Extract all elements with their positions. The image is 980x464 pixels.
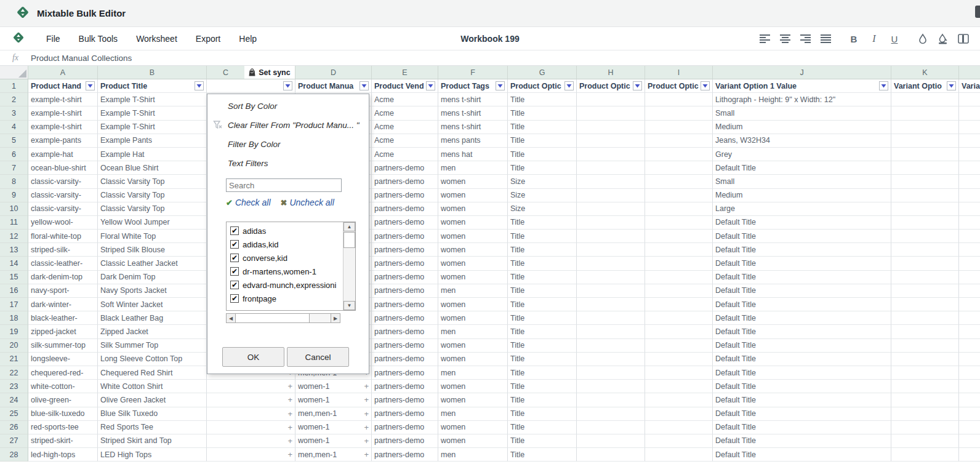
cell[interactable]: olive-green- [28,393,98,407]
filter-dropdown-button[interactable] [564,81,574,90]
cell[interactable]: men [438,284,508,298]
filter-dropdown-button[interactable] [701,81,710,90]
cell[interactable] [645,175,713,188]
cell[interactable] [891,216,959,230]
cell[interactable] [891,230,959,243]
filter-list-item[interactable]: ✔adidas,kid [230,238,343,251]
cell[interactable]: partners-demo [372,421,438,434]
cell[interactable]: men [438,448,508,462]
row-number-17[interactable]: 17 [0,298,28,311]
cell[interactable]: Default Title [713,230,891,243]
cell[interactable] [959,407,980,421]
cell[interactable]: Silk Summer Top [98,339,207,353]
cell[interactable]: women-1+ [295,393,372,407]
row-number-26[interactable]: 26 [0,421,28,434]
cell[interactable] [645,121,713,134]
cell[interactable]: partners-demo [372,189,438,202]
cell[interactable]: Default Title [713,325,891,338]
cell[interactable]: Classic Varsity Top [98,175,207,188]
cell[interactable] [959,175,980,188]
cell[interactable]: Striped Silk Blouse [98,243,207,257]
cell[interactable] [959,161,980,175]
cell[interactable]: Yellow Wool Jumper [98,216,207,230]
filter-list-item[interactable]: ✔frontpage [230,292,343,305]
cell[interactable]: Medium [713,189,891,202]
cell[interactable]: Soft Winter Jacket [98,298,207,311]
cell[interactable] [891,175,959,188]
check-all-link[interactable]: ✔ Check all [226,198,271,207]
cell[interactable]: Title [508,93,577,106]
checkbox-checked-icon[interactable]: ✔ [230,281,239,289]
cell[interactable]: women [438,380,508,393]
cell[interactable] [577,271,645,284]
cell[interactable] [577,448,645,462]
filter-dropdown-button[interactable] [283,81,292,90]
filter-list-item[interactable]: ✔converse,kid [230,251,343,265]
underline-icon[interactable]: U [888,32,901,46]
column-letter-partial[interactable] [959,66,980,79]
cell[interactable]: Default Title [713,366,891,380]
cell[interactable] [577,257,645,270]
cell[interactable]: Title [508,339,577,353]
cell[interactable]: longsleeve- [28,353,98,366]
filter-dropdown-button[interactable] [195,81,204,90]
cell[interactable]: Title [508,380,577,393]
italic-icon[interactable]: I [867,32,881,46]
cell[interactable] [959,353,980,366]
filter-dropdown-button[interactable] [879,81,888,90]
cell[interactable] [645,393,713,407]
filter-list-item[interactable]: ✔adidas [230,224,343,238]
cell[interactable]: classic-varsity- [28,189,98,202]
cell[interactable]: Default Title [713,339,891,353]
add-collection-icon[interactable]: + [363,382,369,391]
filter-dropdown-button[interactable] [86,81,95,90]
cell[interactable]: men [438,407,508,421]
cell[interactable] [959,271,980,284]
cell[interactable]: Default Title [713,380,891,393]
cell[interactable]: partners-demo [372,325,438,338]
column-header-F[interactable]: Product Tags [438,79,508,93]
align-justify-icon[interactable] [819,32,832,46]
cell[interactable]: classic-varsity- [28,175,98,188]
add-collection-icon[interactable]: + [363,423,369,432]
row-number-22[interactable]: 22 [0,366,28,380]
cell[interactable] [891,311,959,325]
cell[interactable] [959,434,980,448]
row-number-4[interactable]: 4 [0,121,28,134]
select-all-corner[interactable] [0,66,28,79]
cell[interactable] [959,380,980,393]
cell[interactable]: navy-sport- [28,284,98,298]
cell[interactable] [891,271,959,284]
cell[interactable] [959,311,980,325]
cell[interactable] [959,243,980,257]
cell[interactable]: partners-demo [372,202,438,216]
cell[interactable] [577,380,645,393]
add-collection-icon[interactable]: + [363,395,369,404]
cell[interactable]: Default Title [713,311,891,325]
cell[interactable] [891,148,959,161]
cell[interactable]: yellow-wool- [28,216,98,230]
add-collection-icon[interactable]: + [286,450,292,459]
cell[interactable]: mens hat [438,148,508,161]
cell[interactable]: ocean-blue-shirt [28,161,98,175]
scroll-down-icon[interactable]: ▼ [343,301,355,310]
cell[interactable]: Default Title [713,216,891,230]
cell[interactable]: Default Title [713,271,891,284]
row-number-2[interactable]: 2 [0,93,28,106]
row-number-6[interactable]: 6 [0,148,28,161]
cell[interactable] [577,407,645,421]
add-collection-icon[interactable]: + [286,409,292,418]
cell[interactable] [959,134,980,148]
cell[interactable] [645,134,713,148]
column-letter-B[interactable]: B [98,66,207,79]
cell[interactable]: classic-leather- [28,257,98,270]
row-number-8[interactable]: 8 [0,175,28,188]
cell[interactable] [577,311,645,325]
cell[interactable] [959,216,980,230]
cell[interactable]: striped-silk- [28,243,98,257]
checkbox-checked-icon[interactable]: ✔ [230,267,239,276]
column-letter-A[interactable]: A [28,66,98,79]
cell[interactable]: Title [508,257,577,270]
cell[interactable]: Title [508,353,577,366]
cell[interactable] [645,189,713,202]
